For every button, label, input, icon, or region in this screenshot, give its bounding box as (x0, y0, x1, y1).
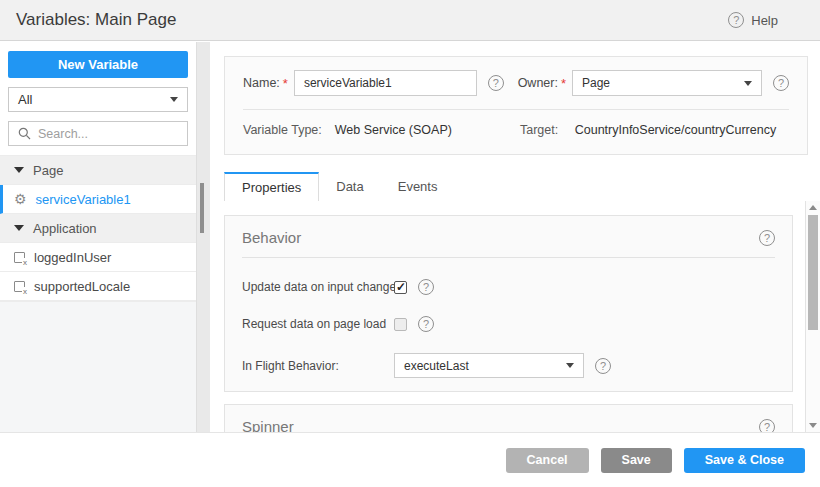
chevron-down-icon (744, 81, 752, 86)
tab-events[interactable]: Events (381, 172, 455, 201)
name-owner-row: Name: * Owner: * Page (243, 70, 789, 96)
sidebar-empty-area (0, 301, 196, 432)
triangle-down-icon (14, 167, 24, 173)
inflight-behavior-label: In Flight Behavior: (242, 359, 394, 373)
request-data-label: Request data on page load (242, 317, 394, 331)
behavior-title: Behavior (242, 229, 301, 246)
service-variable-icon: ⚙ (14, 192, 27, 206)
new-variable-button[interactable]: New Variable (8, 51, 188, 78)
variable-summary-box: Name: * Owner: * Page (224, 56, 808, 155)
request-data-help-icon[interactable] (418, 316, 434, 332)
owner-selected-value: Page (582, 76, 610, 90)
name-field[interactable] (294, 70, 477, 96)
update-data-help-icon[interactable] (418, 279, 434, 295)
tree-group-label: Page (33, 163, 63, 178)
inflight-behavior-select[interactable]: executeLast (394, 353, 584, 378)
owner-label: Owner: (518, 76, 558, 90)
tree-group-label: Application (33, 221, 97, 236)
variable-type-value: Web Service (SOAP) (335, 123, 452, 137)
tree-item-label: supportedLocale (34, 279, 130, 294)
owner-help-icon[interactable] (773, 75, 789, 91)
variable-type-label: Variable Type: (243, 123, 322, 137)
tree-item-servicevariable1[interactable]: ⚙ serviceVariable1 (0, 185, 196, 214)
inflight-help-icon[interactable] (595, 358, 611, 374)
variables-dialog: Variables: Main Page Help New Variable A… (0, 0, 820, 487)
variable-detail-panel: Name: * Owner: * Page (210, 42, 820, 432)
tree-group-application[interactable]: Application (0, 214, 196, 243)
save-button[interactable]: Save (601, 448, 672, 473)
help-icon (728, 12, 744, 28)
triangle-down-icon (14, 225, 24, 231)
tree-item-label: serviceVariable1 (36, 192, 131, 207)
help-button[interactable]: Help (728, 12, 778, 28)
tree-item-label: loggedInUser (34, 250, 111, 265)
chevron-down-icon (566, 363, 574, 368)
variables-tree: Page ⚙ serviceVariable1 Application logg… (0, 155, 196, 301)
save-and-close-button[interactable]: Save & Close (684, 448, 805, 473)
owner-group: Owner: * Page (518, 70, 789, 96)
chevron-down-icon (170, 97, 178, 102)
dialog-footer: Cancel Save Save & Close (0, 432, 820, 487)
spinner-title: Spinner (242, 418, 294, 432)
dialog-header: Variables: Main Page Help (0, 0, 820, 41)
required-asterisk: * (561, 76, 566, 91)
help-label: Help (751, 13, 778, 28)
variables-sidebar: New Variable All Search... Page ⚙ (0, 42, 196, 432)
properties-scroll-area: Behavior Update data on input change Req… (210, 201, 805, 432)
sidebar-scrollbar-thumb[interactable] (200, 183, 204, 233)
owner-select[interactable]: Page (572, 70, 762, 96)
tab-properties[interactable]: Properties (224, 172, 319, 201)
behavior-header: Behavior (242, 229, 775, 246)
behavior-divider (242, 257, 775, 258)
tree-item-supportedlocale[interactable]: supportedLocale (0, 272, 196, 301)
cancel-button[interactable]: Cancel (506, 448, 589, 473)
search-placeholder: Search... (38, 127, 88, 141)
inflight-behavior-row: In Flight Behavior: executeLast (242, 353, 775, 378)
update-data-row: Update data on input change (242, 279, 775, 295)
sidebar-scrollbar-track (196, 42, 210, 432)
name-label: Name: (243, 76, 280, 90)
static-variable-icon (14, 252, 25, 263)
static-variable-icon (14, 281, 25, 292)
dialog-body: New Variable All Search... Page ⚙ (0, 42, 820, 432)
behavior-help-icon[interactable] (759, 230, 775, 246)
type-target-row: Variable Type: Web Service (SOAP) Target… (243, 123, 789, 137)
properties-scrollbar-track[interactable] (805, 201, 820, 432)
page-title: Variables: Main Page (16, 10, 176, 30)
scroll-up-arrow-icon[interactable] (809, 205, 817, 210)
inflight-selected-value: executeLast (404, 359, 469, 373)
request-data-row: Request data on page load (242, 316, 775, 332)
tab-data[interactable]: Data (319, 172, 380, 201)
target-label: Target: (520, 123, 558, 137)
variable-type-cell: Variable Type: Web Service (SOAP) (243, 123, 520, 137)
update-data-label: Update data on input change (242, 280, 394, 294)
target-value: CountryInfoService/countryCurrency (575, 123, 776, 137)
search-icon (18, 127, 31, 140)
behavior-panel: Behavior Update data on input change Req… (224, 215, 793, 392)
target-cell: Target: CountryInfoService/countryCurren… (520, 123, 776, 137)
spinner-help-icon[interactable] (759, 419, 775, 433)
spinner-header: Spinner (242, 418, 775, 432)
tree-item-loggedinuser[interactable]: loggedInUser (0, 243, 196, 272)
properties-scrollbar-thumb[interactable] (808, 215, 818, 330)
scope-filter-value: All (18, 92, 32, 107)
request-data-checkbox[interactable] (394, 318, 407, 331)
update-data-checkbox[interactable] (394, 281, 407, 294)
detail-tabs: Properties Data Events (224, 172, 454, 201)
summary-divider (243, 109, 789, 110)
required-asterisk: * (283, 76, 288, 91)
scope-filter-select[interactable]: All (8, 87, 188, 112)
scroll-down-arrow-icon[interactable] (809, 423, 817, 428)
name-help-icon[interactable] (488, 75, 504, 91)
search-input[interactable]: Search... (8, 121, 188, 146)
tree-group-page[interactable]: Page (0, 156, 196, 185)
spinner-panel: Spinner (224, 404, 793, 432)
